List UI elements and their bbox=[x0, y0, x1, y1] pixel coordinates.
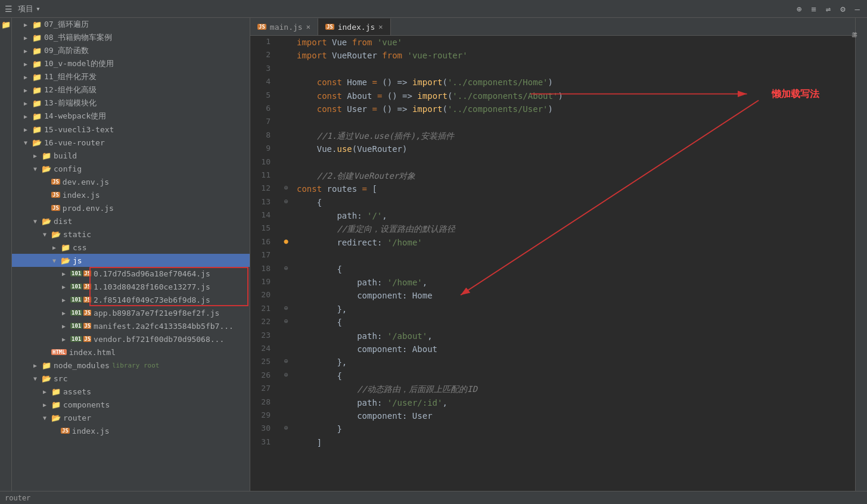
status-router: router bbox=[5, 494, 30, 502]
label-11: 11_组件化开发 bbox=[44, 71, 97, 82]
tree-item-11[interactable]: ▶ 📁 11_组件化开发 bbox=[12, 70, 250, 83]
gutter-17 bbox=[280, 249, 292, 262]
library-badge: library root bbox=[112, 362, 159, 369]
tree-item-index-html[interactable]: HTML index.html bbox=[12, 346, 250, 359]
tree-item-components[interactable]: ▶ 📁 components bbox=[12, 398, 250, 411]
side-nav-structure[interactable]: 结构 bbox=[850, 29, 868, 40]
label-node: node_modules bbox=[54, 361, 110, 370]
tree-item-build[interactable]: ▶ 📁 build bbox=[12, 149, 250, 162]
line-content-12: const routes = [ bbox=[292, 182, 855, 195]
tree-item-config-index[interactable]: JS index.js bbox=[12, 188, 250, 201]
label-prod: prod.env.js bbox=[63, 204, 114, 213]
tree-item-prod[interactable]: JS prod.env.js bbox=[12, 201, 250, 214]
gutter-3 bbox=[280, 63, 292, 76]
line-num-31: 31 bbox=[250, 436, 280, 449]
line-num-3: 3 bbox=[250, 63, 280, 76]
line-num-7: 7 bbox=[250, 116, 280, 129]
tree-item-router[interactable]: ▼ 📂 router bbox=[12, 411, 250, 424]
tree-item-16[interactable]: ▼ 📂 16-vue-router bbox=[12, 136, 250, 149]
gutter-16: ● bbox=[280, 236, 292, 249]
arrow-11: ▶ bbox=[24, 74, 32, 80]
code-line-19: 19 path: '/home', bbox=[250, 276, 855, 289]
badge-js-lazy3: JS bbox=[83, 297, 91, 303]
label-router-index: index.js bbox=[72, 427, 110, 435]
toolbar-btn-2[interactable]: ≡ bbox=[809, 3, 818, 15]
arrow-build: ▶ bbox=[33, 153, 42, 159]
tree-item-14[interactable]: ▶ 📁 14-webpack使用 bbox=[12, 110, 250, 123]
line-num-12: 12 bbox=[250, 182, 280, 195]
code-view[interactable]: 懒加载写法 bbox=[250, 36, 855, 491]
line-content-23: path: '/about', bbox=[292, 329, 855, 343]
arrow-js-folder: ▼ bbox=[52, 257, 61, 264]
tree-item-assets[interactable]: ▶ 📁 assets bbox=[12, 385, 250, 398]
tab-main-js[interactable]: JS main.js ✕ bbox=[250, 18, 318, 35]
tree-item-07[interactable]: ▶ 📁 07_循环遍历 bbox=[12, 18, 250, 31]
line-num-22: 22 bbox=[250, 316, 280, 329]
line-num-16: 16 bbox=[250, 236, 280, 249]
toolbar-btn-1[interactable]: ⊕ bbox=[794, 3, 804, 15]
tab-index-js[interactable]: JS index.js ✕ bbox=[318, 18, 391, 35]
tree-item-lazy2[interactable]: ▶ 101 JS 1.103d80428f160ce13277.js bbox=[12, 280, 250, 293]
code-line-16: 16 ● redirect: '/home' bbox=[250, 236, 855, 249]
tab-close-index[interactable]: ✕ bbox=[378, 23, 383, 31]
sidebar-icon-1[interactable]: 📁 bbox=[1, 20, 11, 29]
file-tree[interactable]: ▶ 📁 07_循环遍历 ▶ 📁 08_书籍购物车案例 ▶ 📁 09_高阶函数 ▶… bbox=[12, 18, 250, 491]
line-num-20: 20 bbox=[250, 289, 280, 302]
tree-item-10[interactable]: ▶ 📁 10_v-model的使用 bbox=[12, 57, 250, 70]
tree-item-node-modules[interactable]: ▶ 📁 node_modules library root bbox=[12, 359, 250, 372]
gutter-12: ⊕ bbox=[280, 182, 292, 195]
arrow-lazy1: ▶ bbox=[62, 270, 70, 277]
tree-item-dev[interactable]: JS dev.env.js bbox=[12, 175, 250, 188]
lazy-files-box: ▶ 101 JS 0.17d7d5ad96a18ef70464.js ▶ 101… bbox=[12, 267, 250, 306]
arrow-css: ▶ bbox=[52, 244, 61, 251]
line-content-9: Vue.use(VueRouter) bbox=[292, 142, 855, 155]
arrow-node: ▶ bbox=[33, 362, 42, 369]
tree-item-12[interactable]: ▶ 📁 12-组件化高级 bbox=[12, 83, 250, 97]
tree-item-router-index[interactable]: JS index.js bbox=[12, 424, 250, 437]
tab-bar: JS main.js ✕ JS index.js ✕ bbox=[250, 18, 855, 36]
label-16: 16-vue-router bbox=[44, 138, 105, 147]
tree-item-13[interactable]: ▶ 📁 13-前端模块化 bbox=[12, 97, 250, 110]
arrow-07: ▶ bbox=[24, 21, 32, 28]
arrow-13: ▶ bbox=[24, 100, 32, 107]
dropdown-arrow[interactable]: ▾ bbox=[36, 4, 41, 13]
toolbar-btn-4[interactable]: ⚙ bbox=[838, 3, 847, 15]
arrow-10: ▶ bbox=[24, 61, 32, 67]
line-content-28: path: '/user/:id', bbox=[292, 396, 855, 409]
tree-item-15[interactable]: ▶ 📁 15-vuecli3-text bbox=[12, 123, 250, 136]
tab-label-index: index.js bbox=[338, 23, 375, 32]
tree-item-js-folder[interactable]: ▼ 📂 js bbox=[12, 254, 250, 267]
tree-item-lazy1[interactable]: ▶ 101 JS 0.17d7d5ad96a18ef70464.js bbox=[12, 267, 250, 280]
tree-item-src[interactable]: ▼ 📂 src bbox=[12, 372, 250, 385]
line-content-19: path: '/home', bbox=[292, 276, 855, 289]
tree-item-app[interactable]: ▶ 101 JS app.b8987a7e7f21e9f8ef2f.js bbox=[12, 306, 250, 319]
tree-item-config[interactable]: ▼ 📂 config bbox=[12, 162, 250, 175]
tree-item-lazy3[interactable]: ▶ 101 JS 2.f85140f049c73eb6f9d8.js bbox=[12, 293, 250, 306]
code-line-31: 31 ] bbox=[250, 436, 855, 449]
toolbar-btn-3[interactable]: ⇌ bbox=[824, 3, 833, 15]
tree-item-static[interactable]: ▼ 📂 static bbox=[12, 228, 250, 241]
tree-item-vendor[interactable]: ▶ 101 JS vendor.bf721f00db70d95068... bbox=[12, 332, 250, 346]
tree-item-09[interactable]: ▶ 📁 09_高阶函数 bbox=[12, 44, 250, 57]
gutter-31 bbox=[280, 436, 292, 449]
toolbar-btn-5[interactable]: — bbox=[853, 3, 862, 15]
gutter-7 bbox=[280, 116, 292, 129]
arrow-vendor: ▶ bbox=[62, 336, 70, 343]
line-num-15: 15 bbox=[250, 222, 280, 235]
line-num-24: 24 bbox=[250, 343, 280, 356]
tree-item-dist[interactable]: ▼ 📂 dist bbox=[12, 214, 250, 228]
tree-item-css[interactable]: ▶ 📁 css bbox=[12, 241, 250, 254]
folder-icon-08: 📁 bbox=[32, 33, 42, 42]
code-line-10: 10 bbox=[250, 156, 855, 169]
label-assets: assets bbox=[63, 387, 91, 396]
tree-item-manifest[interactable]: ▶ 101 JS manifest.2a2fc4133584bb5fb7... bbox=[12, 319, 250, 332]
tree-item-08[interactable]: ▶ 📁 08_书籍购物车案例 bbox=[12, 31, 250, 44]
menu-icon: ☰ bbox=[5, 4, 14, 14]
code-line-26: 26 ⊕ { bbox=[250, 369, 855, 382]
gutter-25: ⊕ bbox=[280, 356, 292, 369]
gutter-9 bbox=[280, 142, 292, 155]
label-15: 15-vuecli3-text bbox=[44, 125, 114, 134]
tab-label-main: main.js bbox=[270, 23, 303, 32]
tab-close-main[interactable]: ✕ bbox=[306, 23, 310, 31]
top-bar: ☰ 项目 ▾ ⊕ ≡ ⇌ ⚙ — bbox=[0, 0, 867, 18]
